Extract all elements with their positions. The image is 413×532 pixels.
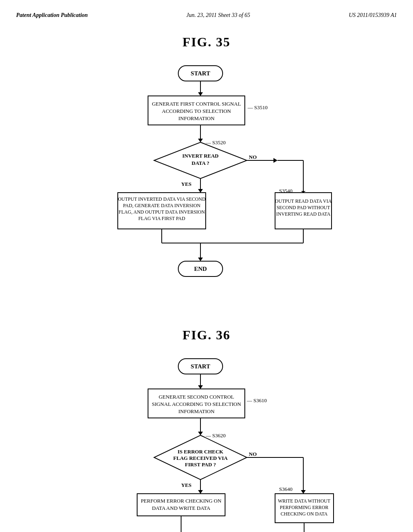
svg-text:SIGNAL ACCORDING TO SELECTION: SIGNAL ACCORDING TO SELECTION bbox=[152, 401, 241, 407]
header-center: Jun. 23, 2011 Sheet 33 of 65 bbox=[186, 12, 250, 19]
fig35-svg: START GENERATE FIRST CONTROL SIGNAL ACCO… bbox=[77, 62, 336, 312]
svg-text:START: START bbox=[191, 363, 210, 370]
svg-marker-3 bbox=[198, 92, 203, 96]
svg-marker-52 bbox=[198, 432, 203, 435]
svg-marker-45 bbox=[198, 385, 203, 389]
svg-text:YES: YES bbox=[181, 181, 191, 187]
svg-marker-39 bbox=[198, 258, 203, 261]
svg-text:FLAG, AND OUTPUT DATA INVERSIO: FLAG, AND OUTPUT DATA INVERSION bbox=[119, 209, 205, 215]
svg-text:ACCORDING TO SELECTION: ACCORDING TO SELECTION bbox=[162, 108, 231, 114]
svg-text:DATA ?: DATA ? bbox=[192, 160, 209, 166]
svg-text:PERFORM ERROR CHECKING ON: PERFORM ERROR CHECKING ON bbox=[141, 498, 221, 504]
svg-text:PAD, GENERATE DATA INVERSION: PAD, GENERATE DATA INVERSION bbox=[123, 203, 200, 208]
svg-marker-61 bbox=[198, 490, 203, 494]
header-left: Patent Application Publication bbox=[16, 12, 88, 19]
svg-text:GENERATE SECOND CONTROL: GENERATE SECOND CONTROL bbox=[159, 394, 234, 400]
svg-text:YES: YES bbox=[181, 482, 191, 488]
fig35-diagram: START GENERATE FIRST CONTROL SIGNAL ACCO… bbox=[16, 62, 397, 312]
svg-text:FLAG RECEIVED VIA: FLAG RECEIVED VIA bbox=[173, 455, 228, 461]
svg-text:FIRST PAD ?: FIRST PAD ? bbox=[185, 461, 216, 468]
svg-marker-18 bbox=[198, 189, 203, 193]
fig36-diagram: START GENERATE SECOND CONTROL SIGNAL ACC… bbox=[16, 355, 397, 532]
svg-text:— S3610: — S3610 bbox=[246, 397, 267, 403]
svg-text:SECOND PAD WITHOUT: SECOND PAD WITHOUT bbox=[277, 205, 330, 210]
svg-text:NO: NO bbox=[249, 451, 257, 457]
svg-marker-69 bbox=[301, 490, 306, 494]
fig36-title: FIG. 36 bbox=[16, 328, 397, 343]
svg-text:OUTPUT INVERTED DATA VIA SECON: OUTPUT INVERTED DATA VIA SECOND bbox=[118, 196, 206, 202]
fig36-svg: START GENERATE SECOND CONTROL SIGNAL ACC… bbox=[77, 355, 336, 532]
page: Patent Application Publication Jun. 23, … bbox=[0, 0, 413, 532]
svg-text:INVERT READ: INVERT READ bbox=[182, 153, 219, 159]
svg-marker-10 bbox=[198, 139, 203, 142]
page-header: Patent Application Publication Jun. 23, … bbox=[16, 8, 397, 27]
svg-marker-26 bbox=[273, 158, 277, 163]
svg-text:IS ERROR CHECK: IS ERROR CHECK bbox=[177, 449, 223, 455]
svg-text:GENERATE FIRST CONTROL SIGNAL: GENERATE FIRST CONTROL SIGNAL bbox=[152, 101, 241, 107]
svg-text:— S3510: — S3510 bbox=[247, 104, 267, 110]
svg-text:PERFORMING ERROR: PERFORMING ERROR bbox=[280, 505, 328, 510]
svg-text:NO: NO bbox=[249, 154, 257, 160]
svg-text:END: END bbox=[194, 266, 207, 272]
header-right: US 2011/0153939 A1 bbox=[349, 12, 397, 19]
svg-text:WRITE DATA WITHOUT: WRITE DATA WITHOUT bbox=[278, 498, 331, 504]
svg-text:FLAG VIA FIRST PAD: FLAG VIA FIRST PAD bbox=[138, 216, 185, 221]
svg-text:START: START bbox=[191, 70, 210, 77]
svg-text:— S3620: — S3620 bbox=[205, 432, 225, 438]
svg-text:CHECKING ON DATA: CHECKING ON DATA bbox=[281, 511, 328, 517]
svg-text:— S3520: — S3520 bbox=[205, 139, 225, 145]
svg-text:INFORMATION: INFORMATION bbox=[178, 408, 215, 414]
svg-text:DATA AND WRITE DATA: DATA AND WRITE DATA bbox=[152, 505, 211, 511]
svg-text:INFORMATION: INFORMATION bbox=[178, 115, 215, 121]
fig35-title: FIG. 35 bbox=[16, 35, 397, 50]
svg-text:S3640: S3640 bbox=[279, 486, 292, 492]
svg-text:OUTPUT READ DATA VIA: OUTPUT READ DATA VIA bbox=[275, 198, 332, 204]
svg-text:INVERTING READ DATA: INVERTING READ DATA bbox=[276, 211, 331, 217]
